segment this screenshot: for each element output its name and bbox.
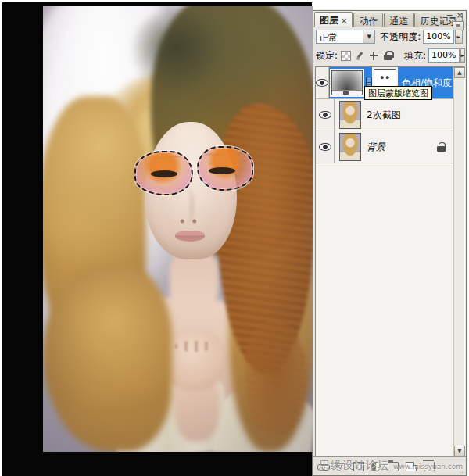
layer-name: 2次截图 (367, 109, 401, 122)
layer-name: 背景 (367, 141, 385, 154)
layer-list: 色相/饱和度 1 2次截图 背景 (315, 66, 465, 457)
panel-menu-icon[interactable]: ≡ (453, 21, 464, 30)
photo-eye-right (209, 167, 235, 174)
layer-thumbnail[interactable] (340, 134, 360, 160)
minimize-icon[interactable]: − (446, 12, 453, 20)
layer-thumbnail[interactable] (340, 102, 360, 128)
tab-actions[interactable]: 动作 (353, 13, 383, 27)
photo-eye-left (151, 170, 177, 177)
layer-mask-tooltip: 图层蒙版缩览图 (364, 86, 432, 100)
adjustment-layer-thumbnail[interactable] (332, 71, 362, 95)
new-layer-icon[interactable] (406, 462, 417, 471)
eye-icon[interactable] (316, 79, 328, 87)
layer-list-scrollbar[interactable]: ▲ ▼ (453, 67, 464, 456)
opacity-label: 不透明度: (380, 30, 421, 44)
panel-window-buttons: − × (446, 12, 464, 20)
photo-document (43, 6, 313, 452)
lock-position-icon[interactable] (369, 51, 379, 61)
photo-nostrils (177, 219, 199, 224)
tab-layers[interactable]: 图层× (314, 12, 353, 27)
blend-mode-select[interactable]: 正常 ▼ (316, 30, 375, 44)
delete-layer-icon[interactable] (424, 462, 435, 471)
visibility-cell[interactable] (316, 131, 335, 163)
fill-input[interactable]: 100% (428, 48, 459, 63)
adjustment-layer-icon[interactable] (371, 462, 381, 471)
visibility-cell[interactable] (316, 99, 335, 131)
tab-close-icon[interactable]: × (341, 16, 347, 25)
lock-transparency-icon[interactable] (341, 51, 351, 61)
fill-label: 填充: (404, 49, 426, 63)
layer-style-icon[interactable]: ƒ (335, 462, 346, 471)
lock-buttons (341, 51, 393, 61)
resize-grip-icon[interactable]: ... (459, 467, 465, 474)
panel-tab-bar: 图层× 动作 通道 历史记录 (313, 11, 466, 27)
lock-label: 锁定: (316, 49, 338, 63)
visibility-cell[interactable] (316, 67, 329, 98)
eye-icon[interactable] (319, 111, 331, 119)
eye-icon[interactable] (319, 143, 331, 151)
lock-all-icon[interactable] (383, 51, 393, 61)
layer-row-second-cut[interactable]: 2次截图 (316, 99, 454, 131)
panel-bottom-bar: ƒ (313, 456, 466, 475)
screenshot-stage: − × ≡ 图层× 动作 通道 历史记录 正常 ▼ 不透明度: 100% (0, 0, 469, 476)
photo-hair-left-lower (43, 264, 172, 452)
layers-panel: − × ≡ 图层× 动作 通道 历史记录 正常 ▼ 不透明度: 100% (312, 10, 467, 476)
tab-channels-label: 通道 (389, 16, 408, 27)
tab-channels[interactable]: 通道 (384, 13, 414, 27)
scroll-down-icon[interactable]: ▼ (454, 446, 465, 456)
background-lock-icon (437, 142, 446, 152)
photo-lips (175, 231, 205, 242)
new-group-icon[interactable] (388, 462, 399, 471)
lock-fill-row: 锁定: 填充: 100% ► (313, 46, 466, 65)
chevron-down-icon[interactable]: ▼ (363, 30, 374, 43)
scroll-up-icon[interactable]: ▲ (454, 67, 465, 78)
lock-pixels-icon[interactable] (355, 51, 365, 61)
photo-knuckles (174, 341, 215, 352)
close-icon[interactable]: × (456, 12, 464, 20)
link-layers-icon[interactable] (317, 462, 328, 471)
tab-actions-label: 动作 (359, 16, 378, 27)
layer-row-background[interactable]: 背景 (316, 131, 454, 163)
tab-layers-label: 图层 (320, 15, 338, 26)
layer-row-body[interactable]: 背景 (335, 131, 454, 163)
photo-headdress-dark-leaves (131, 8, 220, 98)
blend-opacity-row: 正常 ▼ 不透明度: 100% ► (313, 27, 466, 46)
blend-mode-value: 正常 (317, 30, 363, 43)
add-mask-icon[interactable] (353, 462, 364, 471)
fill-spinner-icon[interactable]: ► (460, 48, 466, 63)
layer-row-body[interactable]: 2次截图 (335, 99, 454, 131)
opacity-input[interactable]: 100% (423, 30, 453, 44)
opacity-spinner-icon[interactable]: ► (455, 30, 463, 44)
